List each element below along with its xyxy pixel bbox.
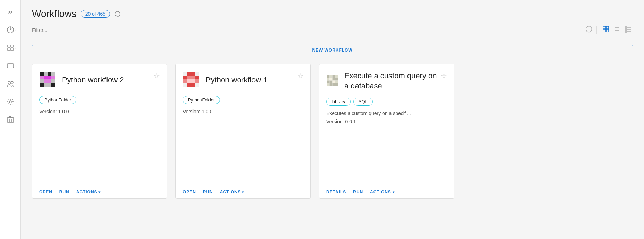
open-button-1[interactable]: OPEN [39, 189, 52, 194]
svg-rect-38 [51, 76, 55, 79]
svg-rect-54 [195, 76, 199, 79]
svg-rect-56 [187, 79, 191, 83]
actions-button-3[interactable]: ACTIONS ▾ [370, 189, 395, 194]
run-button-1[interactable]: RUN [59, 189, 69, 194]
view-icons [601, 25, 633, 35]
svg-rect-52 [187, 76, 191, 79]
tag-pythonfolder-2[interactable]: PythonFolder [183, 96, 220, 104]
card-body-3: Execute a custom query on a database ☆ L… [319, 64, 454, 185]
actions-chevron-2: ▾ [242, 190, 244, 194]
svg-point-7 [8, 81, 11, 84]
library-icon [7, 44, 14, 52]
list-view-icon[interactable] [612, 25, 622, 35]
svg-rect-42 [51, 79, 55, 83]
svg-rect-67 [327, 78, 329, 80]
svg-point-17 [589, 28, 589, 28]
count-badge: 20 of 465 [81, 10, 110, 18]
card-header-1: Python workflow 2 ☆ [39, 71, 160, 89]
run-button-2[interactable]: RUN [203, 189, 213, 194]
open-button-2[interactable]: OPEN [183, 189, 196, 194]
python2-icon [39, 71, 57, 89]
svg-rect-47 [183, 72, 187, 76]
card-body-2: Python workflow 1 ☆ PythonFolder Version… [176, 64, 310, 185]
svg-rect-31 [40, 72, 44, 76]
sidebar-item-library[interactable]: › [3, 40, 18, 55]
python1-icon [183, 71, 201, 89]
users-chevron: › [15, 82, 16, 86]
svg-rect-53 [191, 76, 195, 79]
new-workflow-button[interactable]: NEW WORKFLOW [32, 45, 633, 55]
star-button-1[interactable]: ☆ [154, 72, 160, 80]
sidebar-collapse[interactable]: ≫ [3, 4, 18, 19]
workflow-card-1: Python workflow 2 ☆ PythonFolder Version… [32, 64, 167, 199]
tags-row-3: Library SQL [326, 98, 447, 106]
svg-rect-78 [335, 83, 338, 86]
svg-rect-33 [48, 72, 51, 76]
svg-rect-50 [195, 72, 199, 76]
card-title-row-2: Python workflow 1 [183, 71, 268, 89]
actions-button-2[interactable]: ACTIONS ▾ [220, 189, 244, 194]
grid-view-icon[interactable] [601, 25, 611, 35]
trash-icon [7, 116, 14, 124]
star-button-2[interactable]: ☆ [297, 72, 303, 80]
refresh-icon [114, 10, 121, 17]
filter-divider [596, 26, 597, 34]
workflows-icon [7, 62, 14, 70]
sidebar-item-users[interactable]: › [3, 76, 18, 91]
svg-rect-72 [329, 80, 332, 83]
star-button-3[interactable]: ☆ [441, 72, 447, 80]
database-icon [326, 72, 340, 90]
filter-actions [585, 25, 633, 35]
svg-rect-29 [625, 31, 627, 32]
svg-rect-76 [329, 83, 332, 86]
svg-rect-73 [332, 80, 335, 83]
card-version-1: Version: 1.0.0 [39, 109, 160, 114]
tag-pythonfolder-1[interactable]: PythonFolder [39, 96, 76, 104]
main-content: Workflows 20 of 465 [21, 0, 644, 239]
collapse-icon: ≫ [7, 9, 13, 15]
info-icon[interactable] [585, 26, 592, 34]
svg-rect-59 [183, 83, 187, 87]
run-button-3[interactable]: RUN [353, 189, 363, 194]
svg-rect-61 [191, 83, 195, 87]
users-icon [7, 80, 14, 88]
sidebar-item-dashboard[interactable]: › [3, 22, 18, 37]
svg-rect-63 [327, 75, 329, 78]
tag-sql-3[interactable]: SQL [353, 98, 373, 106]
filter-input[interactable] [32, 26, 585, 34]
svg-rect-43 [40, 83, 44, 87]
svg-rect-2 [11, 45, 13, 47]
card-header-2: Python workflow 1 ☆ [183, 71, 303, 89]
actions-button-1[interactable]: ACTIONS ▾ [76, 189, 101, 194]
sidebar-item-settings[interactable]: › [3, 94, 18, 109]
settings-icon [7, 98, 14, 106]
svg-rect-1 [8, 45, 10, 47]
sidebar-item-trash[interactable] [3, 112, 18, 127]
svg-rect-25 [625, 27, 627, 28]
svg-rect-32 [44, 72, 48, 76]
card-version-3: Version: 0.0.1 [326, 119, 447, 124]
detail-view-icon[interactable] [623, 25, 633, 35]
header-row: Workflows 20 of 465 [32, 8, 633, 19]
svg-rect-75 [327, 83, 329, 86]
svg-rect-39 [40, 79, 44, 83]
svg-rect-62 [195, 83, 199, 87]
svg-rect-21 [606, 29, 609, 32]
card-title-row-3: Execute a custom query on a database [326, 71, 441, 91]
card-body-1: Python workflow 2 ☆ PythonFolder Version… [32, 64, 167, 185]
card-footer-3: DETAILS RUN ACTIONS ▾ [319, 185, 454, 198]
details-button-3[interactable]: DETAILS [326, 189, 346, 194]
sidebar-item-workflows[interactable]: › [3, 58, 18, 73]
tag-library-3[interactable]: Library [326, 98, 351, 106]
dashboard-chevron: › [15, 28, 16, 32]
cards-grid: Python workflow 2 ☆ PythonFolder Version… [32, 64, 633, 199]
svg-rect-69 [332, 78, 335, 80]
sidebar: ≫ › › › › [0, 0, 21, 239]
svg-point-9 [9, 101, 11, 103]
workflows-chevron: › [15, 64, 16, 68]
svg-rect-71 [327, 80, 329, 83]
svg-rect-60 [187, 83, 191, 87]
workflow-card-3: Execute a custom query on a database ☆ L… [319, 64, 454, 199]
svg-rect-68 [329, 78, 332, 80]
refresh-button[interactable] [114, 10, 121, 17]
